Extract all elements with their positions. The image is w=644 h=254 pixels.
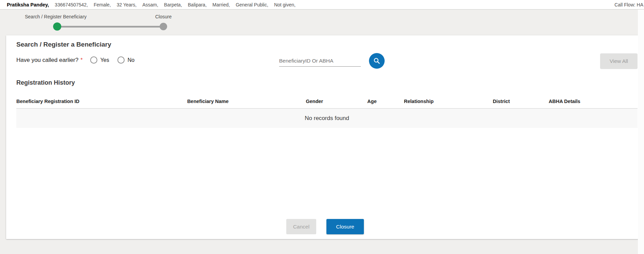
- step-label-search-register: Search / Register Beneficiary: [25, 14, 86, 19]
- required-asterisk: *: [80, 57, 82, 63]
- vertical-scrollbar-track[interactable]: [638, 10, 644, 254]
- table-header-row: Beneficiary Registration ID Beneficiary …: [16, 95, 638, 108]
- step-label-closure: Closure: [155, 14, 172, 19]
- radio-yes-label: Yes: [100, 57, 109, 63]
- patient-name: Pratiksha Pandey,: [7, 2, 49, 7]
- called-earlier-label: Have you called earlier?: [16, 57, 78, 64]
- radio-no[interactable]: [117, 56, 125, 64]
- col-relationship: Relationship: [404, 95, 493, 108]
- patient-info-bar: Pratiksha Pandey, 336674507542, Female, …: [0, 0, 644, 10]
- col-district: District: [493, 95, 549, 108]
- patient-gender: Female,: [94, 2, 111, 7]
- registration-history-table: Beneficiary Registration ID Beneficiary …: [16, 95, 638, 128]
- col-abha-details: ABHA Details: [549, 95, 638, 108]
- progress-stepper: Search / Register Beneficiary Closure: [0, 10, 644, 35]
- patient-block: Balipara,: [188, 2, 207, 7]
- bottom-actions: Cancel Closure: [6, 219, 644, 234]
- patient-age: 32 Years,: [117, 2, 136, 7]
- step-dot-closure[interactable]: [160, 23, 167, 30]
- step-dot-search-register[interactable]: [53, 22, 61, 31]
- cancel-button[interactable]: Cancel: [286, 219, 316, 234]
- patient-extra: Not given,: [274, 2, 295, 7]
- call-flow-label: Call Flow: HA: [614, 2, 643, 7]
- patient-category: General Public,: [236, 2, 268, 7]
- registration-history-title: Registration History: [16, 79, 75, 86]
- called-earlier-options: Yes No: [90, 56, 143, 64]
- col-beneficiary-registration-id: Beneficiary Registration ID: [16, 95, 187, 108]
- no-records-row: No records found: [16, 109, 638, 128]
- beneficiary-search-group: [279, 53, 385, 69]
- beneficiary-id-input[interactable]: [279, 55, 361, 67]
- col-gender: Gender: [306, 95, 367, 108]
- search-register-card: Search / Register a Beneficiary Have you…: [6, 35, 644, 239]
- col-age: Age: [367, 95, 404, 108]
- stepper-connector-line: [57, 26, 163, 28]
- col-beneficiary-name: Beneficiary Name: [187, 95, 306, 108]
- page-title: Search / Register a Beneficiary: [16, 41, 111, 48]
- patient-marital-status: Married,: [212, 2, 230, 7]
- patient-state: Assam,: [142, 2, 158, 7]
- patient-district: Barpeta,: [164, 2, 182, 7]
- patient-id: 336674507542,: [55, 2, 88, 7]
- closure-button[interactable]: Closure: [326, 219, 364, 234]
- radio-yes[interactable]: [90, 56, 97, 64]
- search-button[interactable]: [369, 53, 385, 69]
- search-icon: [373, 57, 381, 65]
- view-all-button[interactable]: View All: [600, 53, 638, 69]
- radio-no-label: No: [128, 57, 134, 63]
- called-earlier-row: Have you called earlier? * Yes No: [16, 56, 143, 64]
